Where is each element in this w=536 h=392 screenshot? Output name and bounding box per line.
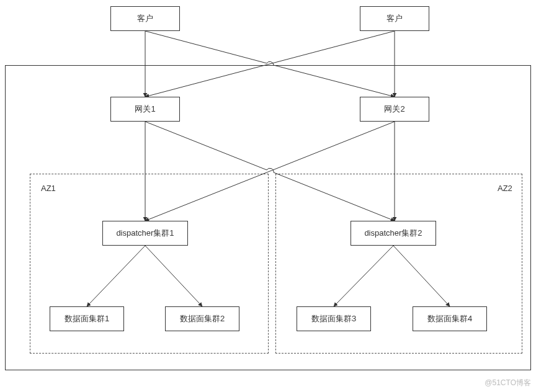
node-data4: 数据面集群4 xyxy=(413,306,487,331)
node-client-left: 客户 xyxy=(110,6,180,31)
node-data3: 数据面集群3 xyxy=(297,306,371,331)
node-client-right: 客户 xyxy=(360,6,429,31)
watermark: @51CTO博客 xyxy=(485,378,531,388)
diagram-stage: AZ1 AZ2 客户 客户 网关1 网关2 dispatcher集群1 disp… xyxy=(0,0,536,392)
region-az1-label: AZ1 xyxy=(41,184,56,193)
node-data1: 数据面集群1 xyxy=(50,306,124,331)
region-az2-label: AZ2 xyxy=(498,184,512,193)
node-dispatcher1: dispatcher集群1 xyxy=(102,221,188,246)
node-data2: 数据面集群2 xyxy=(165,306,239,331)
node-gateway2: 网关2 xyxy=(360,97,429,122)
node-dispatcher2: dispatcher集群2 xyxy=(351,221,436,246)
node-gateway1: 网关1 xyxy=(110,97,180,122)
